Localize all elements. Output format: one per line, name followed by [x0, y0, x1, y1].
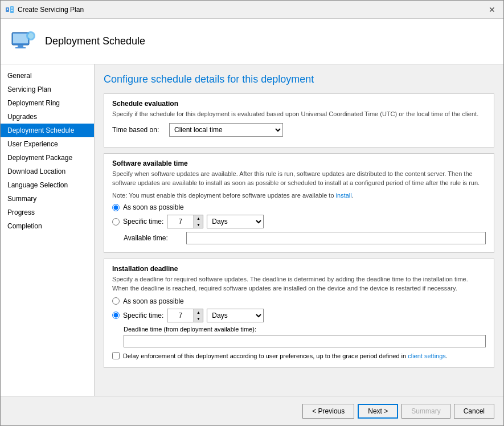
inst-specific-value[interactable] [167, 309, 193, 322]
sw-days-select[interactable]: Days Weeks Months [207, 215, 264, 228]
inst-days-select[interactable]: Days Weeks Months [207, 309, 264, 322]
installation-deadline-section: Installation deadline Specify a deadline… [104, 259, 494, 368]
sidebar-item-servicing-plan[interactable]: Servicing Plan [1, 83, 94, 96]
schedule-evaluation-desc: Specify if the schedule for this deploym… [112, 110, 486, 118]
sidebar-item-progress[interactable]: Progress [1, 206, 94, 219]
svg-rect-3 [11, 7, 13, 9]
sw-specific-row: Specific time: ▲ ▼ Days Weeks Months [112, 215, 486, 228]
inst-deadline-time-container: Deadline time (from deployment available… [124, 326, 486, 347]
sidebar-item-general[interactable]: General [1, 69, 94, 83]
title-bar: Create Servicing Plan ✕ [1, 1, 503, 19]
main-window: Create Servicing Plan ✕ Deployment Sched… [0, 0, 504, 426]
close-button[interactable]: ✕ [485, 4, 499, 15]
inst-asap-radio[interactable] [112, 297, 120, 305]
main-content: General Servicing Plan Deployment Ring U… [1, 64, 503, 396]
software-available-desc: Specify when software updates are availa… [112, 170, 486, 187]
app-icon [5, 5, 14, 14]
time-based-select[interactable]: Client local time UTC [169, 123, 283, 137]
installation-deadline-desc: Specify a deadline for required software… [112, 275, 486, 293]
sidebar-item-deployment-ring[interactable]: Deployment Ring [1, 96, 94, 110]
sw-spinner-buttons: ▲ ▼ [193, 215, 203, 228]
installation-deadline-title: Installation deadline [112, 265, 486, 273]
sw-asap-label: As soon as possible [123, 203, 184, 211]
svg-point-10 [28, 33, 34, 39]
inst-specific-row: Specific time: ▲ ▼ Days Weeks Months [112, 309, 486, 322]
software-available-note: Note: You must enable this deployment be… [112, 192, 486, 199]
software-available-title: Software available time [112, 159, 486, 167]
sw-specific-value[interactable] [167, 215, 193, 228]
inst-deadline-time-input[interactable] [124, 335, 486, 347]
header-section: Deployment Schedule [1, 19, 503, 64]
title-bar-left: Create Servicing Plan [5, 5, 84, 14]
note-link: install [336, 192, 352, 199]
svg-rect-4 [11, 10, 13, 11]
inst-specific-radio[interactable] [112, 312, 120, 319]
sidebar-item-completion[interactable]: Completion [1, 219, 94, 233]
sw-asap-row: As soon as possible [112, 203, 486, 211]
sw-specific-label: Specific time: [123, 218, 163, 226]
delay-enforcement-text-post: . [446, 353, 448, 359]
schedule-evaluation-section: Schedule evaluation Specify if the sched… [104, 93, 494, 148]
summary-button[interactable]: Summary [401, 404, 450, 419]
delay-enforcement-checkbox[interactable] [112, 352, 120, 359]
inst-asap-label: As soon as possible [123, 297, 184, 305]
time-based-row: Time based on: Client local time UTC [112, 123, 486, 137]
sw-spinner-up[interactable]: ▲ [194, 215, 203, 222]
time-based-label: Time based on: [112, 126, 163, 134]
inst-spinner-down[interactable]: ▼ [194, 316, 203, 322]
page-title: Configure schedule details for this depl… [104, 73, 494, 85]
content-area: Configure schedule details for this depl… [95, 64, 503, 396]
note-prefix: Note: You must enable this deployment be… [112, 192, 336, 199]
inst-asap-row: As soon as possible [112, 297, 486, 305]
sw-available-time-label: Available time: [124, 234, 181, 242]
sidebar: General Servicing Plan Deployment Ring U… [1, 64, 95, 396]
sw-spinner-down[interactable]: ▼ [194, 222, 203, 228]
svg-rect-7 [18, 45, 23, 47]
header-icon [10, 28, 37, 55]
delay-enforcement-text-pre: Delay enforcement of this deployment acc… [123, 353, 408, 359]
sidebar-item-download-location[interactable]: Download Location [1, 165, 94, 178]
footer: < Previous Next > Summary Cancel [1, 396, 503, 425]
cancel-button[interactable]: Cancel [454, 404, 494, 419]
schedule-evaluation-title: Schedule evaluation [112, 100, 486, 108]
svg-rect-6 [13, 34, 28, 43]
sw-specific-radio[interactable] [112, 218, 120, 226]
header-title: Deployment Schedule [45, 35, 145, 47]
inst-spinner-buttons: ▲ ▼ [193, 309, 203, 322]
sw-available-time-row: Available time: [124, 232, 486, 244]
inst-spinner-input: ▲ ▼ [167, 309, 203, 322]
previous-button[interactable]: < Previous [302, 404, 354, 419]
sidebar-item-upgrades[interactable]: Upgrades [1, 110, 94, 124]
svg-rect-8 [15, 47, 26, 48]
note-suffix: . [352, 192, 354, 199]
svg-rect-2 [7, 9, 8, 10]
sidebar-item-deployment-package[interactable]: Deployment Package [1, 151, 94, 165]
inst-deadline-time-label: Deadline time (from deployment available… [124, 326, 486, 333]
sidebar-item-user-experience[interactable]: User Experience [1, 137, 94, 151]
delay-enforcement-row: Delay enforcement of this deployment acc… [112, 347, 486, 362]
next-button[interactable]: Next > [358, 404, 398, 419]
inst-specific-label: Specific time: [123, 312, 163, 319]
sidebar-item-summary[interactable]: Summary [1, 192, 94, 206]
delay-enforcement-label: Delay enforcement of this deployment acc… [123, 352, 448, 361]
client-settings-link: client settings [408, 353, 446, 359]
sw-available-time-input[interactable] [186, 232, 486, 244]
inst-spinner-up[interactable]: ▲ [194, 309, 203, 316]
sidebar-item-deployment-schedule[interactable]: Deployment Schedule [1, 124, 94, 137]
sw-spinner-input: ▲ ▼ [167, 215, 203, 228]
window-title: Create Servicing Plan [18, 6, 84, 14]
sidebar-item-language-selection[interactable]: Language Selection [1, 178, 94, 192]
software-available-section: Software available time Specify when sof… [104, 153, 494, 253]
sw-asap-radio[interactable] [112, 204, 120, 211]
